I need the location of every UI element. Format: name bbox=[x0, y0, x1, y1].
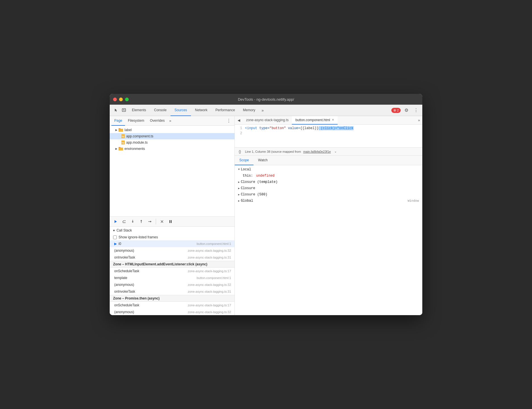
subtab-filesystem[interactable]: Filesystem bbox=[125, 116, 147, 126]
step-out-icon bbox=[139, 219, 144, 224]
call-row-invoke2[interactable]: onInvokeTask zone-async-stack-tagging.ts… bbox=[110, 288, 234, 295]
format-button[interactable]: {} bbox=[237, 149, 243, 154]
code-line-1: 1 <input type="button" value={{label}} (… bbox=[235, 126, 422, 131]
call-row-schedule2[interactable]: onScheduleTask zone-async-stack-tagging.… bbox=[110, 302, 234, 309]
scope-row-closure-template[interactable]: ▶ Closure (template) bbox=[235, 179, 422, 185]
top-tabbar: Elements Console Sources Network Perform… bbox=[110, 105, 422, 116]
call-name: (anonymous) bbox=[114, 310, 188, 314]
tree-label: app.module.ts bbox=[126, 141, 147, 144]
async-separator-2: Zone – Promise.then (async) bbox=[110, 295, 234, 302]
tab-console[interactable]: Console bbox=[150, 105, 171, 116]
scope-row-this[interactable]: this: undefined bbox=[235, 173, 422, 179]
scope-row-closure-580[interactable]: ▶ Closure (580) bbox=[235, 191, 422, 198]
main-area: Page Filesystem Overrides » ⋮ bbox=[110, 116, 422, 315]
cursor-icon[interactable] bbox=[112, 106, 120, 114]
file-tree: ▶ label TS bbox=[110, 126, 234, 216]
more-tabs-button[interactable]: » bbox=[259, 108, 266, 113]
subtab-options[interactable]: ⋮ bbox=[225, 118, 233, 123]
scope-row-closure[interactable]: ▶ Closure bbox=[235, 185, 422, 191]
tab-performance[interactable]: Performance bbox=[211, 105, 239, 116]
scope-row-local[interactable]: ▼ Local bbox=[235, 166, 422, 173]
subtab-page[interactable]: Page bbox=[111, 116, 125, 126]
tab-sources[interactable]: Sources bbox=[171, 105, 191, 116]
call-stack-arrow: ▼ bbox=[113, 229, 115, 232]
folder-icon-env bbox=[118, 147, 123, 151]
call-stack-title: Call Stack bbox=[117, 228, 132, 232]
call-name: onScheduleTask bbox=[114, 269, 188, 273]
scope-arrow: ▶ bbox=[238, 193, 240, 196]
async-separator-1: Zone – HTMLInputElement.addEventListener… bbox=[110, 261, 234, 268]
source-tabs-more[interactable]: » bbox=[416, 118, 422, 122]
devtools-body: Elements Console Sources Network Perform… bbox=[110, 105, 422, 315]
step-button[interactable] bbox=[146, 218, 153, 225]
deactivate-breakpoints-button[interactable] bbox=[158, 218, 166, 225]
status-bar: {} Line 1, Column 38 (source mapped from… bbox=[235, 147, 422, 155]
source-nav-back[interactable]: ◀ bbox=[235, 116, 243, 124]
svg-rect-15 bbox=[169, 220, 170, 223]
scope-tab-watch[interactable]: Watch bbox=[253, 156, 272, 165]
call-name: onScheduleTask bbox=[114, 303, 188, 307]
tree-label: app.component.ts bbox=[126, 134, 153, 138]
tree-item-app-component[interactable]: TS app.component.ts bbox=[110, 133, 234, 139]
scope-arrow: ▶ bbox=[238, 199, 240, 203]
source-tab-close[interactable]: ✕ bbox=[332, 118, 334, 122]
call-row-anon2[interactable]: (anonymous) zone-async-stack-tagging.ts:… bbox=[110, 281, 234, 288]
source-map-link[interactable]: main.fa8bfa0e23f1e bbox=[303, 150, 331, 153]
scope-key: Local bbox=[241, 168, 251, 172]
tree-item-environments-folder[interactable]: ▶ environments bbox=[110, 146, 234, 152]
scope-tabbar: Scope Watch bbox=[235, 156, 422, 165]
call-file: zone-async-stack-tagging.ts:32 bbox=[188, 310, 231, 314]
settings-button[interactable]: ⚙ bbox=[402, 106, 410, 114]
call-row-i0[interactable]: ▶ i0 button.component.html:1 bbox=[110, 240, 234, 247]
source-tabbar: ◀ zone-async-stack-tagging.ts button.com… bbox=[235, 116, 422, 125]
step-icon bbox=[147, 219, 152, 224]
tab-elements[interactable]: Elements bbox=[128, 105, 150, 116]
inspect-icon[interactable] bbox=[120, 106, 128, 114]
call-row-invoke1[interactable]: onInvokeTask zone-async-stack-tagging.ts… bbox=[110, 254, 234, 261]
call-stack-header[interactable]: ▼ Call Stack bbox=[110, 227, 234, 234]
scope-window-label: Window bbox=[408, 199, 419, 203]
deactivate-icon bbox=[160, 220, 164, 224]
error-icon: ⊗ bbox=[393, 108, 396, 112]
resume-button[interactable] bbox=[112, 218, 119, 225]
more-options-button[interactable]: ⋮ bbox=[412, 106, 420, 114]
call-row-schedule1[interactable]: onScheduleTask zone-async-stack-tagging.… bbox=[110, 268, 234, 274]
scope-key: Closure bbox=[241, 186, 255, 190]
scope-row-global[interactable]: ▶ Global Window bbox=[235, 198, 422, 204]
status-text: Line 1, Column 38 (source mapped from bbox=[245, 150, 301, 153]
svg-text:TS: TS bbox=[122, 136, 124, 138]
tree-label: label bbox=[124, 128, 132, 132]
tree-item-label-folder[interactable]: ▶ label bbox=[110, 127, 234, 133]
tree-label: environments bbox=[124, 147, 145, 151]
call-row-anon1[interactable]: (anonymous) zone-async-stack-tagging.ts:… bbox=[110, 247, 234, 254]
subtab-more[interactable]: » bbox=[167, 119, 173, 123]
call-file: zone-async-stack-tagging.ts:17 bbox=[188, 303, 231, 307]
tree-item-app-module[interactable]: TS app.module.ts bbox=[110, 139, 234, 146]
source-tab-zone[interactable]: zone-async-stack-tagging.ts bbox=[243, 116, 292, 125]
minimize-button[interactable] bbox=[119, 98, 123, 101]
maximize-button[interactable] bbox=[125, 98, 129, 101]
scope-key: Closure (580) bbox=[241, 193, 267, 197]
debug-toolbar bbox=[110, 216, 234, 227]
subtab-overrides[interactable]: Overrides bbox=[147, 116, 167, 126]
line-content[interactable]: <input type="button" value={{label}} (cl… bbox=[245, 126, 422, 131]
call-name: (anonymous) bbox=[114, 249, 188, 253]
tab-network[interactable]: Network bbox=[191, 105, 211, 116]
step-over-button[interactable] bbox=[120, 218, 128, 225]
scope-key: Global bbox=[241, 199, 253, 203]
left-panel: Page Filesystem Overrides » ⋮ bbox=[110, 116, 235, 315]
call-row-template[interactable]: template button.component.html:1 bbox=[110, 274, 234, 281]
close-button[interactable] bbox=[113, 98, 117, 101]
error-badge[interactable]: ⊗ 2 bbox=[391, 108, 401, 113]
step-over-icon bbox=[122, 219, 126, 224]
scope-arrow: ▼ bbox=[238, 168, 240, 171]
show-ignored-checkbox[interactable] bbox=[113, 236, 117, 239]
step-into-button[interactable] bbox=[129, 218, 136, 225]
tab-memory[interactable]: Memory bbox=[239, 105, 259, 116]
pause-on-exceptions-button[interactable] bbox=[167, 218, 174, 225]
source-tab-button[interactable]: button.component.html ✕ bbox=[292, 116, 338, 125]
step-out-button[interactable] bbox=[138, 218, 145, 225]
call-file: zone-async-stack-tagging.ts:17 bbox=[188, 269, 231, 273]
call-row-anon3[interactable]: (anonymous) zone-async-stack-tagging.ts:… bbox=[110, 309, 234, 315]
scope-tab-scope[interactable]: Scope bbox=[235, 156, 253, 165]
